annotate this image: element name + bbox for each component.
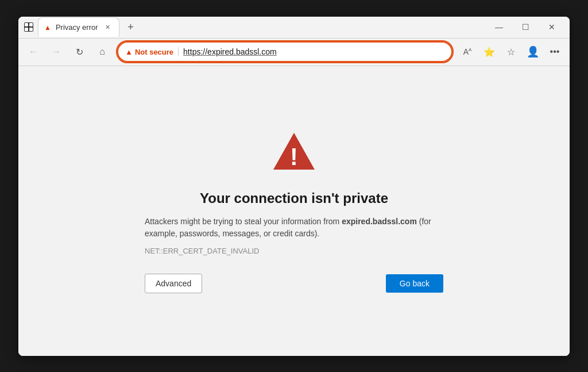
new-tab-button[interactable]: + — [123, 19, 139, 35]
svg-rect-1 — [25, 23, 28, 26]
back-icon: ← — [29, 47, 38, 57]
collections-icon: ☆ — [507, 47, 515, 57]
title-bar: ▲ Privacy error ✕ + — ☐ ✕ — [18, 17, 570, 39]
forward-icon: → — [52, 47, 61, 57]
error-page: ! Your connection isn't private Attacker… — [18, 66, 570, 356]
home-button[interactable]: ⌂ — [92, 41, 113, 62]
home-icon: ⌂ — [99, 47, 105, 57]
error-description-before: Attackers might be trying to steal your … — [145, 217, 342, 226]
back-button[interactable]: ← — [23, 41, 44, 62]
tab-warning-icon: ▲ — [44, 24, 51, 32]
error-container: ! Your connection isn't private Attacker… — [145, 128, 443, 293]
collections-button[interactable]: ☆ — [501, 41, 521, 62]
error-description: Attackers might be trying to steal your … — [145, 216, 443, 240]
more-options-button[interactable]: ••• — [544, 41, 565, 62]
address-bar-separator — [178, 47, 179, 56]
go-back-button[interactable]: Go back — [386, 274, 443, 293]
more-options-icon: ••• — [550, 47, 560, 57]
refresh-icon: ↻ — [76, 47, 83, 57]
svg-text:!: ! — [290, 143, 298, 170]
refresh-button[interactable]: ↻ — [69, 41, 90, 62]
title-bar-left: ▲ Privacy error ✕ + — [23, 17, 139, 37]
minimize-button[interactable]: — — [486, 17, 512, 39]
tab-privacy-error[interactable]: ▲ Privacy error ✕ — [38, 17, 119, 37]
error-code: NET::ERR_CERT_DATE_INVALID — [145, 247, 259, 255]
not-secure-label: ▲ Not secure — [125, 48, 173, 56]
window-controls: — ☐ ✕ — [486, 17, 565, 39]
warning-triangle-icon: ▲ — [125, 48, 133, 56]
read-aloud-button[interactable]: AA — [457, 41, 478, 62]
browser-icon — [23, 21, 34, 33]
address-bar-url: https://expired.badssl.com — [183, 47, 444, 56]
nav-right-icons: AA ⭐ ☆ 👤 ••• — [457, 41, 565, 62]
maximize-button[interactable]: ☐ — [512, 17, 539, 39]
close-button[interactable]: ✕ — [539, 17, 565, 39]
address-bar[interactable]: ▲ Not secure https://expired.badssl.com — [117, 41, 452, 62]
address-bar-container: ▲ Not secure https://expired.badssl.com — [117, 41, 452, 62]
forward-button[interactable]: → — [46, 41, 67, 62]
error-heading: Your connection isn't private — [200, 190, 388, 206]
navigation-bar: ← → ↻ ⌂ ▲ Not secure https://expired.bad… — [18, 39, 570, 66]
error-buttons: Advanced Go back — [145, 274, 443, 293]
profile-button[interactable]: 👤 — [523, 41, 543, 62]
svg-rect-2 — [29, 23, 33, 26]
advanced-button[interactable]: Advanced — [145, 274, 202, 293]
svg-rect-4 — [29, 28, 33, 31]
warning-triangle-large: ! — [271, 128, 317, 177]
tab-label: Privacy error — [56, 23, 98, 32]
profile-icon: 👤 — [527, 45, 539, 58]
error-site-name: expired.badssl.com — [342, 217, 417, 226]
tab-close-button[interactable]: ✕ — [103, 22, 113, 33]
svg-rect-3 — [25, 28, 28, 31]
read-aloud-icon: AA — [463, 47, 472, 56]
favorites-button[interactable]: ⭐ — [479, 41, 500, 62]
browser-window: ▲ Privacy error ✕ + — ☐ ✕ ← → ↻ ⌂ — [18, 17, 570, 356]
star-icon: ⭐ — [483, 47, 495, 57]
